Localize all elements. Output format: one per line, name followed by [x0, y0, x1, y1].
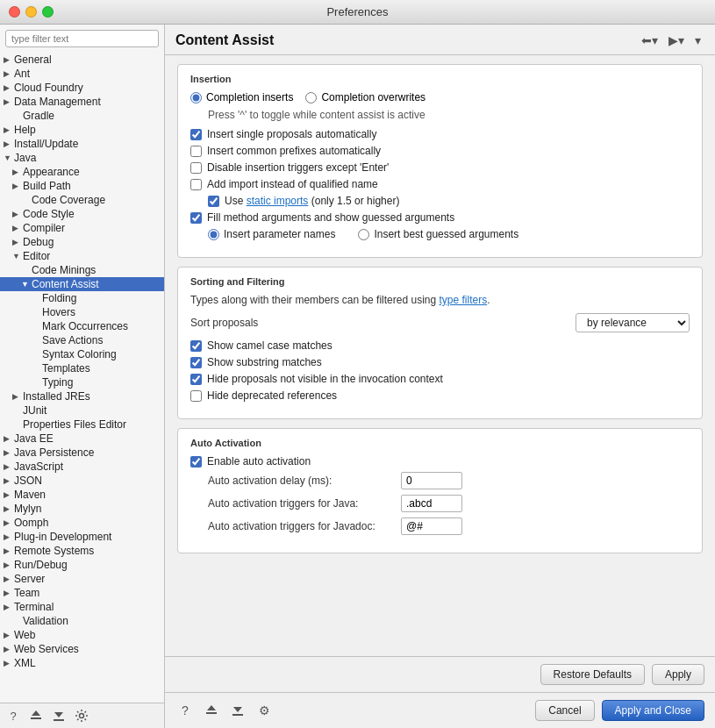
triggers-java-input[interactable]: [401, 495, 462, 512]
forward-icon[interactable]: ▶▾: [665, 32, 688, 49]
sidebar-item-validation[interactable]: Validation: [0, 614, 164, 628]
sidebar-item-help[interactable]: ▶Help: [0, 123, 164, 137]
sidebar-item-oomph[interactable]: ▶Oomph: [0, 516, 164, 530]
sidebar-item-save-actions[interactable]: Save Actions: [0, 333, 164, 347]
sidebar-item-cloud-foundry[interactable]: ▶Cloud Foundry: [0, 81, 164, 95]
minimize-button[interactable]: [25, 6, 37, 18]
camel-case-checkbox[interactable]: [190, 340, 202, 352]
sidebar-item-debug[interactable]: ▶Debug: [0, 235, 164, 249]
help-bottom-icon[interactable]: ?: [175, 701, 195, 720]
export-bottom-icon[interactable]: [228, 701, 247, 720]
sidebar-item-code-coverage[interactable]: Code Coverage: [0, 193, 164, 207]
insert-single-checkbox[interactable]: [190, 129, 202, 140]
completion-inserts-option[interactable]: Completion inserts: [190, 91, 293, 103]
sidebar-item-mylyn[interactable]: ▶Mylyn: [0, 502, 164, 516]
sidebar-item-json[interactable]: ▶JSON: [0, 474, 164, 488]
sidebar-item-maven[interactable]: ▶Maven: [0, 488, 164, 502]
sidebar-item-java-ee[interactable]: ▶Java EE: [0, 432, 164, 446]
sidebar-item-content-assist[interactable]: ▼Content Assist: [0, 277, 164, 291]
insert-best-guessed-radio[interactable]: [358, 229, 369, 240]
apply-close-button[interactable]: Apply and Close: [602, 700, 704, 721]
sidebar-item-appearance[interactable]: ▶Appearance: [0, 165, 164, 179]
sidebar-item-junit[interactable]: JUnit: [0, 403, 164, 418]
sidebar-item-syntax-coloring[interactable]: Syntax Coloring: [0, 347, 164, 361]
svg-rect-5: [206, 712, 217, 714]
completion-overwrites-option[interactable]: Completion overwrites: [305, 91, 425, 103]
sidebar-item-general[interactable]: ▶General: [0, 53, 164, 67]
close-button[interactable]: [9, 6, 20, 18]
sidebar-item-hovers[interactable]: Hovers: [0, 305, 164, 319]
sidebar-item-team[interactable]: ▶Team: [0, 586, 164, 600]
hide-deprecated-label[interactable]: Hide deprecated references: [207, 389, 337, 402]
sidebar-item-typing[interactable]: Typing: [0, 375, 164, 389]
import-icon[interactable]: [28, 708, 44, 724]
type-filters-link[interactable]: type filters: [440, 294, 488, 306]
camel-case-label[interactable]: Show camel case matches: [207, 339, 332, 352]
fill-method-checkbox[interactable]: [190, 212, 202, 224]
back-icon[interactable]: ⬅▾: [638, 32, 661, 49]
sidebar-item-editor[interactable]: ▼Editor: [0, 249, 164, 263]
apply-button[interactable]: Apply: [652, 664, 704, 685]
sidebar-item-mark-occurrences[interactable]: Mark Occurrences: [0, 319, 164, 333]
sidebar-item-ant[interactable]: ▶Ant: [0, 67, 164, 81]
fill-method-label[interactable]: Fill method arguments and show guessed a…: [207, 211, 454, 224]
sidebar-item-run-debug[interactable]: ▶Run/Debug: [0, 558, 164, 572]
sidebar-item-installed-jres[interactable]: ▶Installed JREs: [0, 389, 164, 403]
sidebar-item-properties-files-editor[interactable]: Properties Files Editor: [0, 418, 164, 432]
filter-input[interactable]: [5, 30, 159, 47]
triggers-javadoc-input[interactable]: [401, 517, 462, 535]
use-static-label[interactable]: Use static imports (only 1.5 or higher): [225, 195, 399, 207]
help-icon[interactable]: ?: [5, 708, 21, 724]
insert-single-label[interactable]: Insert single proposals automatically: [207, 128, 376, 140]
add-import-checkbox[interactable]: [190, 179, 202, 190]
sidebar-item-install-update[interactable]: ▶Install/Update: [0, 137, 164, 151]
sidebar-item-plugin-development[interactable]: ▶Plug-in Development: [0, 530, 164, 544]
sidebar-item-java-persistence[interactable]: ▶Java Persistence: [0, 446, 164, 460]
sidebar-item-web-services[interactable]: ▶Web Services: [0, 642, 164, 656]
hide-not-visible-label[interactable]: Hide proposals not visible in the invoca…: [207, 373, 443, 385]
import-bottom-icon[interactable]: [202, 701, 221, 720]
sidebar-item-terminal[interactable]: ▶Terminal: [0, 600, 164, 614]
export-icon[interactable]: [51, 708, 67, 724]
sidebar-item-code-style[interactable]: ▶Code Style: [0, 207, 164, 221]
sidebar-item-xml[interactable]: ▶XML: [0, 656, 164, 670]
hide-deprecated-checkbox[interactable]: [190, 390, 202, 402]
insert-common-checkbox[interactable]: [190, 146, 202, 157]
insert-param-names-option[interactable]: Insert parameter names: [208, 228, 335, 240]
sidebar-item-remote-systems[interactable]: ▶Remote Systems: [0, 544, 164, 558]
cancel-button[interactable]: Cancel: [535, 700, 594, 721]
add-import-label[interactable]: Add import instead of qualified name: [207, 178, 378, 190]
menu-icon[interactable]: ▾: [691, 32, 704, 49]
static-imports-link[interactable]: static imports: [247, 195, 309, 207]
substring-checkbox[interactable]: [190, 357, 202, 368]
enable-auto-label[interactable]: Enable auto activation: [207, 455, 311, 467]
sidebar-item-javascript[interactable]: ▶JavaScript: [0, 460, 164, 474]
sidebar-item-code-minings[interactable]: Code Minings: [0, 263, 164, 277]
substring-label[interactable]: Show substring matches: [207, 356, 322, 368]
sidebar-item-compiler[interactable]: ▶Compiler: [0, 221, 164, 235]
sidebar-item-build-path[interactable]: ▶Build Path: [0, 179, 164, 193]
completion-inserts-radio[interactable]: [190, 92, 202, 103]
maximize-button[interactable]: [42, 6, 54, 18]
sort-select[interactable]: by relevance alphabetically: [576, 313, 690, 332]
settings-bottom-icon[interactable]: ⚙: [254, 701, 274, 720]
restore-defaults-button[interactable]: Restore Defaults: [540, 664, 645, 685]
disable-triggers-checkbox[interactable]: [190, 162, 202, 174]
delay-input[interactable]: [401, 472, 462, 489]
insert-common-label[interactable]: Insert common prefixes automatically: [207, 145, 381, 157]
sidebar-item-server[interactable]: ▶Server: [0, 572, 164, 586]
sidebar-item-folding[interactable]: Folding: [0, 291, 164, 305]
enable-auto-checkbox[interactable]: [190, 456, 202, 467]
insert-param-names-radio[interactable]: [208, 229, 219, 240]
sidebar-item-web[interactable]: ▶Web: [0, 628, 164, 642]
sidebar-item-java[interactable]: ▼Java: [0, 151, 164, 165]
sidebar-item-data-management[interactable]: ▶Data Management: [0, 95, 164, 109]
hide-not-visible-checkbox[interactable]: [190, 374, 202, 385]
disable-triggers-label[interactable]: Disable insertion triggers except 'Enter…: [207, 161, 389, 174]
use-static-checkbox[interactable]: [208, 196, 219, 207]
sidebar-item-gradle[interactable]: Gradle: [0, 109, 164, 123]
completion-overwrites-radio[interactable]: [305, 92, 317, 103]
insert-best-guessed-option[interactable]: Insert best guessed arguments: [358, 228, 518, 240]
settings-icon[interactable]: [74, 708, 89, 724]
sidebar-item-templates[interactable]: Templates: [0, 361, 164, 375]
